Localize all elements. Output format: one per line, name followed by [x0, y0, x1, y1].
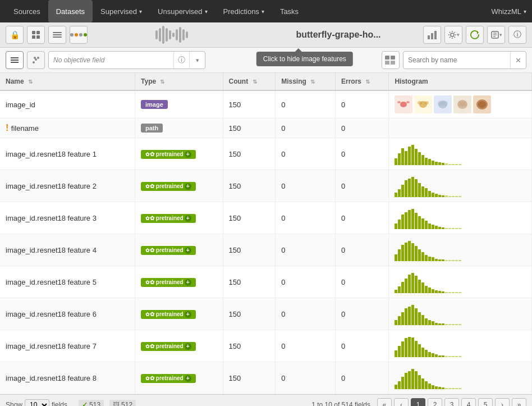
nav-supervised[interactable]: Supervised ▾ — [93, 0, 150, 22]
svg-rect-3 — [36, 35, 40, 39]
pager-prev[interactable]: ‹ — [394, 398, 409, 406]
nav-predictions[interactable]: Predictions ▾ — [215, 0, 272, 22]
predictions-chevron: ▾ — [262, 8, 264, 15]
col-type[interactable]: Type ⇅ — [135, 73, 223, 90]
table-header-row: Name ⇅ Type ⇅ Count ⇅ Missing ⇅ Errors ⇅… — [0, 73, 532, 90]
histogram-bar — [432, 161, 434, 165]
histogram-bar — [421, 315, 424, 325]
pager-page-2[interactable]: 2 — [428, 398, 442, 406]
cell-type: ✿ pretrained+ — [135, 330, 223, 362]
svg-point-52 — [460, 101, 467, 107]
histogram-bar — [408, 210, 411, 229]
histogram-bar — [428, 352, 431, 357]
script-button[interactable]: ▾ — [487, 26, 505, 44]
cell-errors: 0 — [336, 118, 389, 138]
svg-rect-27 — [11, 60, 19, 61]
histogram-bar — [435, 226, 438, 229]
list-view-button[interactable] — [6, 51, 24, 69]
type-badge: ✿ pretrained+ — [141, 182, 196, 191]
objective-field-selector[interactable]: No objective field ⓘ ▾ — [48, 51, 205, 69]
histogram-bar — [455, 324, 458, 325]
image-icon: 🖼 — [113, 401, 120, 406]
histogram-bar — [425, 188, 428, 197]
svg-point-38 — [400, 102, 407, 107]
histogram-bar — [445, 356, 448, 357]
svg-rect-5 — [53, 34, 62, 35]
histogram-bar — [421, 348, 424, 357]
histogram-bar — [408, 147, 411, 165]
histogram-bar — [448, 292, 451, 293]
image-grid-toggle[interactable] — [382, 51, 400, 69]
toolbar: 🔒 butterfly-grap — [0, 22, 532, 48]
histogram-bar — [432, 225, 434, 229]
histogram-bar — [455, 196, 458, 197]
nav-whizzml[interactable]: WhizzML ▾ — [492, 7, 526, 16]
histogram-bar — [395, 158, 397, 165]
histogram-bar — [401, 185, 404, 197]
unsupervised-chevron: ▾ — [205, 8, 208, 15]
fields-label: fields — [52, 401, 67, 406]
type-badge: ✿ pretrained+ — [141, 214, 196, 223]
pager-page-1[interactable]: 1 — [411, 398, 425, 406]
cell-histogram — [389, 170, 532, 202]
thumbnail — [473, 95, 491, 113]
pager-page-3[interactable]: 3 — [444, 398, 459, 406]
page-title: butterfly-grape-ho... — [257, 30, 420, 40]
chart-icon-button[interactable] — [423, 26, 441, 44]
histogram-bar — [432, 321, 434, 325]
type-badge: ✿ pretrained+ — [141, 374, 196, 383]
histogram-bar — [411, 209, 414, 229]
pager-next[interactable]: › — [495, 398, 510, 406]
histogram-chart — [395, 271, 526, 293]
histogram-bar — [421, 282, 424, 293]
search-input[interactable] — [403, 56, 510, 64]
histogram-bar — [428, 159, 431, 165]
pager-page-5[interactable]: 5 — [478, 398, 493, 406]
svg-rect-26 — [11, 57, 19, 58]
nav-tasks[interactable]: Tasks — [272, 0, 306, 22]
histogram-bar — [418, 249, 421, 261]
table-row: image_id.resnet18 feature 5✿ pretrained+… — [0, 266, 532, 298]
histogram-bar — [408, 337, 411, 357]
cell-histogram — [389, 202, 532, 234]
grid-button[interactable] — [48, 26, 66, 44]
cell-missing: 0 — [276, 118, 336, 138]
col-count[interactable]: Count ⇅ — [223, 73, 276, 90]
dots-button[interactable] — [70, 26, 88, 44]
objective-dropdown-button[interactable]: ▾ — [189, 52, 205, 69]
info-button[interactable]: ⓘ — [508, 26, 526, 44]
col-name[interactable]: Name ⇅ — [0, 73, 135, 90]
histogram-bar — [425, 318, 428, 325]
dataset-icon-button[interactable] — [27, 26, 45, 44]
histogram-chart — [395, 207, 526, 229]
svg-point-48 — [442, 101, 448, 106]
pager-last[interactable]: » — [512, 398, 526, 406]
lock-button[interactable]: 🔒 — [6, 26, 24, 44]
show-count-select[interactable]: 10 25 50 — [25, 399, 49, 406]
nav-sources[interactable]: Sources — [6, 0, 48, 22]
histogram-bar — [428, 223, 431, 229]
svg-rect-7 — [155, 30, 158, 39]
histogram-bar — [405, 373, 407, 389]
settings-button[interactable]: ▾ — [444, 26, 462, 44]
search-clear-button[interactable]: ✕ — [510, 52, 526, 69]
nav-unsupervised[interactable]: Unsupervised ▾ — [150, 0, 215, 22]
data-table-container: Name ⇅ Type ⇅ Count ⇅ Missing ⇅ Errors ⇅… — [0, 73, 532, 394]
histogram-bar — [455, 228, 458, 229]
cell-histogram — [389, 90, 532, 118]
col-missing[interactable]: Missing ⇅ — [276, 73, 336, 90]
nav-datasets[interactable]: Datasets — [48, 0, 93, 22]
refresh-button[interactable] — [466, 26, 484, 44]
col-errors[interactable]: Errors ⇅ — [336, 73, 389, 90]
pager-first[interactable]: « — [377, 398, 392, 406]
histogram-chart — [395, 239, 526, 261]
scatter-view-button[interactable] — [27, 51, 45, 69]
histogram-bar — [425, 381, 428, 389]
histogram-bar — [418, 183, 421, 197]
histogram-bar — [432, 385, 434, 389]
tooltip-hide-image: Click to hide image features — [256, 52, 353, 66]
cell-missing: 0 — [276, 266, 336, 298]
cell-name: image_id.resnet18 feature 8 — [0, 362, 135, 394]
objective-info-button[interactable]: ⓘ — [173, 52, 189, 69]
pager-page-4[interactable]: 4 — [461, 398, 476, 406]
